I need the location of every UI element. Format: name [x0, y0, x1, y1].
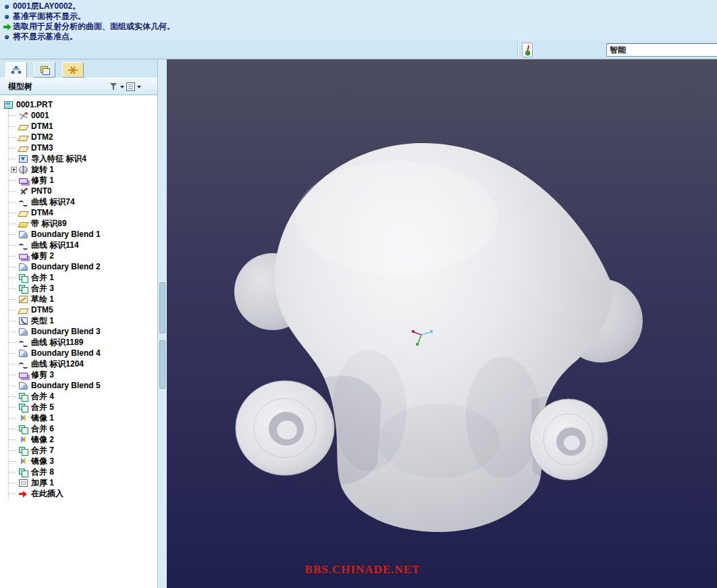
tree-item[interactable]: 带 标识89	[0, 218, 157, 229]
layers-icon	[40, 65, 49, 75]
tree-indent	[11, 245, 19, 246]
tree-item[interactable]: DTM1	[0, 121, 157, 132]
tree-item-label: DTM2	[30, 132, 53, 142]
tree-item[interactable]: Boundary Blend 5	[0, 380, 157, 391]
tree-item[interactable]: Boundary Blend 3	[0, 326, 157, 337]
tree-indent	[11, 148, 19, 149]
tree-item-label: PNT0	[30, 186, 52, 196]
tree-item[interactable]: 修剪 1	[0, 175, 157, 186]
tree-item[interactable]: 镜像 1	[0, 412, 157, 423]
star-icon	[68, 65, 78, 75]
tree-item[interactable]: 在此插入	[0, 488, 157, 499]
tree-item[interactable]: 合并 8	[0, 466, 157, 477]
tree-item[interactable]: DTM4	[0, 207, 157, 218]
tab-layer-tree[interactable]	[34, 62, 55, 78]
trim-icon	[19, 254, 28, 259]
tree-settings-icon[interactable]	[126, 82, 135, 91]
tree-item-label: 加厚 1	[30, 477, 54, 489]
mirror-icon	[19, 457, 28, 466]
prompt-arrow-icon	[2, 23, 13, 31]
panel-scrollbar[interactable]	[157, 59, 167, 588]
tree-item-label: 曲线 标识114	[30, 240, 79, 251]
tree-indent	[11, 115, 19, 116]
tree-item-label: DTM1	[30, 122, 53, 131]
thicken-icon	[19, 479, 28, 487]
model-tree-icon	[11, 65, 21, 75]
tree-item[interactable]: PNT0	[0, 186, 157, 196]
tree-item[interactable]: 合并 6	[0, 423, 157, 434]
filter-caret-icon[interactable]	[120, 86, 124, 90]
tree-item-label: 镜像 1	[30, 412, 54, 424]
sketch-icon	[19, 296, 28, 303]
settings-caret-icon[interactable]	[137, 86, 141, 90]
tree-item[interactable]: 镜像 2	[0, 434, 157, 445]
indicator-icon[interactable]	[522, 43, 533, 57]
message-area: 0001层LAY0002。基准平面将不显示。选取用于反射分析的曲面、面组或实体几…	[0, 0, 717, 41]
watermark-text: BBS.CHINADE.NET	[280, 563, 445, 577]
model-tree: 0001.PRT0001DTM1DTM2DTM3导入特征 标识4旋转 1修剪 1…	[0, 99, 157, 499]
tree-item[interactable]: 曲线 标识74	[0, 196, 157, 207]
tree-item[interactable]: 合并 1	[0, 272, 157, 283]
tree-item[interactable]: 合并 4	[0, 391, 157, 402]
merge-icon	[19, 392, 28, 401]
tree-item[interactable]: 合并 3	[0, 283, 157, 294]
tree-item[interactable]: DTM2	[0, 132, 157, 142]
graphics-viewport[interactable]: BBS.CHINADE.NET	[167, 59, 717, 588]
filter-funnel-icon[interactable]	[109, 82, 118, 91]
tree-item[interactable]: 类型 1	[0, 315, 157, 326]
tab-model-tree[interactable]	[5, 62, 27, 78]
tree-indent	[11, 342, 19, 343]
tree-item-label: 修剪 3	[30, 369, 54, 381]
datum-icon	[18, 146, 29, 152]
tree-item[interactable]: 修剪 3	[0, 369, 157, 380]
tree-item-label: Boundary Blend 1	[30, 230, 101, 239]
tree-item[interactable]: 0001.PRT	[0, 99, 157, 110]
tab-favorites[interactable]	[62, 62, 84, 78]
selection-filter-input[interactable]	[606, 43, 717, 57]
tree-indent	[11, 429, 19, 429]
tree-item[interactable]: 0001	[0, 110, 157, 121]
axes-icon	[19, 111, 28, 120]
tree-item[interactable]: DTM3	[0, 142, 157, 153]
tree-item[interactable]: Boundary Blend 1	[0, 229, 157, 240]
tree-item[interactable]: 旋转 1	[0, 164, 157, 175]
tree-item[interactable]: 加厚 1	[0, 477, 157, 488]
tree-item-label: 合并 4	[30, 391, 54, 402]
scrollbar-handle-upper[interactable]	[159, 282, 165, 333]
tree-item-label: 修剪 1	[30, 175, 54, 186]
tree-indent	[11, 126, 19, 127]
message-row: 0001层LAY0002。	[2, 1, 717, 11]
tree-indent	[11, 385, 19, 386]
dot-icon	[2, 13, 13, 21]
tree-item[interactable]: 镜像 3	[0, 456, 157, 466]
tree-item[interactable]: 导入特征 标识4	[0, 153, 157, 164]
tree-item[interactable]: 草绘 1	[0, 294, 157, 304]
model-tree-container: 0001.PRT0001DTM1DTM2DTM3导入特征 标识4旋转 1修剪 1…	[0, 95, 157, 588]
blend-icon	[19, 263, 28, 271]
tree-item[interactable]: 曲线 标识1189	[0, 337, 157, 348]
insert-icon	[19, 489, 28, 498]
expand-plus-icon[interactable]	[11, 167, 17, 173]
tree-item-label: 镜像 3	[30, 456, 54, 467]
message-list: 0001层LAY0002。基准平面将不显示。选取用于反射分析的曲面、面组或实体几…	[2, 1, 717, 42]
tree-item[interactable]: 合并 5	[0, 402, 157, 412]
tree-item[interactable]: 合并 7	[0, 445, 157, 456]
tree-item[interactable]: DTM5	[0, 304, 157, 315]
tree-indent	[11, 450, 19, 451]
tree-item[interactable]: 曲线 标识114	[0, 240, 157, 250]
tree-item[interactable]: Boundary Blend 2	[0, 261, 157, 272]
tree-item[interactable]: Boundary Blend 4	[0, 348, 157, 358]
model-tree-header: 模型树	[0, 78, 157, 95]
tree-item-label: 合并 3	[30, 283, 54, 294]
tree-item[interactable]: 修剪 2	[0, 250, 157, 261]
tree-item-label: DTM5	[30, 305, 53, 315]
tree-item-label: 在此插入	[30, 488, 63, 500]
tree-item[interactable]: 曲线 标识1204	[0, 358, 157, 369]
blend-icon	[19, 328, 28, 336]
merge-icon	[19, 446, 28, 455]
message-row: 选取用于反射分析的曲面、面组或实体几何。	[2, 22, 717, 32]
tree-item-label: 曲线 标识1204	[30, 358, 84, 370]
part-icon	[4, 101, 13, 109]
scrollbar-handle-lower[interactable]	[159, 340, 165, 389]
tree-indent	[11, 213, 19, 213]
